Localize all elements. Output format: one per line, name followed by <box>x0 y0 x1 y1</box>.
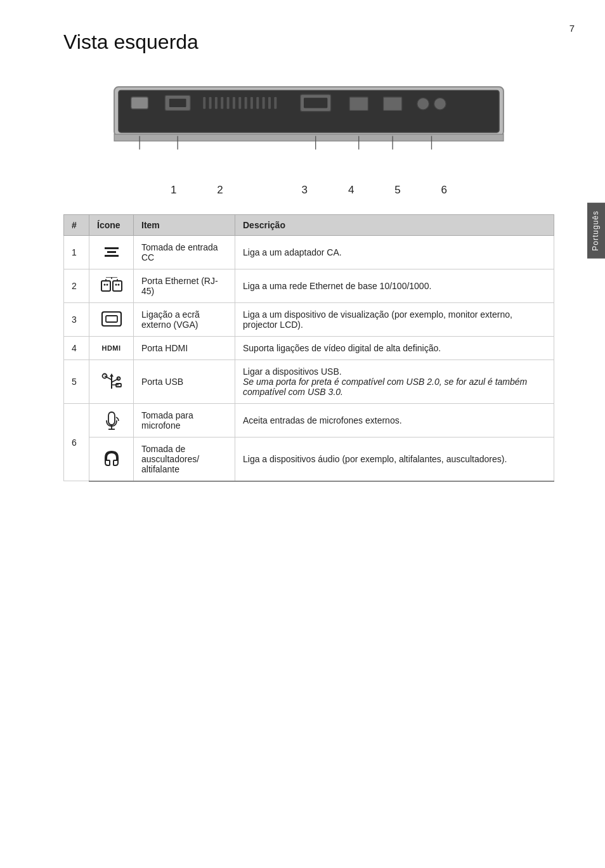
page-title: Vista esquerda <box>63 30 554 54</box>
row-6a-icon <box>89 403 134 437</box>
row-3-icon <box>89 302 134 336</box>
svg-point-23 <box>434 98 446 110</box>
row-1-desc: Liga a um adaptador CA. <box>235 235 554 269</box>
device-diagram-container <box>63 72 554 165</box>
hdmi-icon: HDMI <box>101 344 120 352</box>
vga-icon <box>101 310 122 329</box>
row-2-desc: Liga a uma rede Ethernet de base 10/100/… <box>235 269 554 302</box>
svg-rect-32 <box>113 281 122 291</box>
svg-rect-9 <box>227 97 230 109</box>
svg-rect-15 <box>263 97 265 109</box>
table-row: Tomada de auscultadores/ altifalante Lig… <box>64 437 554 481</box>
svg-line-48 <box>112 379 119 382</box>
label-5: 5 <box>388 184 407 197</box>
header-item: Item <box>134 214 235 235</box>
row-3-desc: Liga a um dispositivo de visualização (p… <box>235 302 554 336</box>
svg-rect-17 <box>274 97 276 109</box>
header-icon: Ícone <box>89 214 134 235</box>
svg-marker-50 <box>110 373 114 377</box>
row-6a-desc: Aceita entradas de microfones externos. <box>235 403 554 437</box>
svg-rect-20 <box>349 97 368 110</box>
svg-rect-42 <box>106 316 117 322</box>
row-6-num: 6 <box>64 403 89 481</box>
row-3-num: 3 <box>64 302 89 336</box>
language-tab: Português <box>587 203 605 259</box>
label-2: 2 <box>211 184 230 197</box>
svg-point-35 <box>115 283 117 285</box>
label-3: 3 <box>295 184 314 197</box>
row-4-icon: HDMI <box>89 336 134 360</box>
row-1-item: Tomada de entrada CC <box>134 235 235 269</box>
row-2-icon <box>89 269 134 302</box>
svg-rect-13 <box>250 97 253 109</box>
table-row: 3 Ligação a ecrã externo (VGA) Liga a um… <box>64 302 554 336</box>
row-1-icon <box>89 235 134 269</box>
label-1: 1 <box>164 184 183 197</box>
svg-rect-10 <box>233 97 235 109</box>
row-4-item: Porta HDMI <box>134 336 235 360</box>
row-6a-item: Tomada para microfone <box>134 403 235 437</box>
row-4-num: 4 <box>64 336 89 360</box>
svg-rect-16 <box>268 97 271 109</box>
table-row: 4 HDMI Porta HDMI Suporta ligações de ví… <box>64 336 554 360</box>
svg-rect-31 <box>101 281 110 291</box>
row-6b-item: Tomada de auscultadores/ altifalante <box>134 437 235 481</box>
svg-rect-21 <box>383 97 401 110</box>
table-row: 2 <box>64 269 554 302</box>
svg-rect-24 <box>114 134 504 141</box>
row-3-item: Ligação a ecrã externo (VGA) <box>134 302 235 336</box>
mic-icon <box>102 411 121 430</box>
svg-rect-8 <box>221 97 223 109</box>
row-2-num: 2 <box>64 269 89 302</box>
svg-rect-2 <box>131 97 148 109</box>
svg-rect-7 <box>215 97 218 109</box>
svg-point-34 <box>106 283 108 285</box>
svg-rect-41 <box>102 312 121 326</box>
dc-power-icon <box>105 247 119 257</box>
info-table: # Ícone Item Descrição 1 <box>63 214 554 482</box>
row-5-num: 5 <box>64 360 89 403</box>
row-6b-icon <box>89 437 134 481</box>
header-desc: Descrição <box>235 214 554 235</box>
device-diagram <box>63 72 554 165</box>
row-1-num: 1 <box>64 235 89 269</box>
svg-rect-14 <box>256 97 259 109</box>
svg-point-36 <box>117 283 119 285</box>
usb-icon <box>101 372 122 391</box>
row-5-icon <box>89 360 134 403</box>
ethernet-icon <box>100 277 123 295</box>
table-row: 5 <box>64 360 554 403</box>
table-row: 6 Tomada para microfo <box>64 403 554 437</box>
svg-point-33 <box>103 283 105 285</box>
row-4-desc: Suporta ligações de vídeo digital de alt… <box>235 336 554 360</box>
svg-rect-4 <box>169 99 186 107</box>
label-4: 4 <box>342 184 361 197</box>
svg-rect-11 <box>238 97 241 109</box>
row-5-item: Porta USB <box>134 360 235 403</box>
row-2-item: Porta Ethernet (RJ-45) <box>134 269 235 302</box>
svg-rect-19 <box>304 98 327 108</box>
svg-rect-5 <box>203 97 205 109</box>
row-6b-desc: Liga a dispositivos áudio (por exemplo, … <box>235 437 554 481</box>
table-row: 1 Tomada de entrada CC Liga a um adaptad… <box>64 235 554 269</box>
svg-rect-12 <box>245 97 247 109</box>
page-number: 7 <box>569 23 575 34</box>
headphone-icon <box>101 449 122 469</box>
diagram-number-labels: 1 2 3 4 5 6 <box>125 184 493 197</box>
svg-rect-6 <box>209 97 212 109</box>
label-6: 6 <box>434 184 453 197</box>
row-5-desc: Ligar a dispositivos USB. Se uma porta f… <box>235 360 554 403</box>
svg-point-22 <box>417 98 429 110</box>
header-num: # <box>64 214 89 235</box>
